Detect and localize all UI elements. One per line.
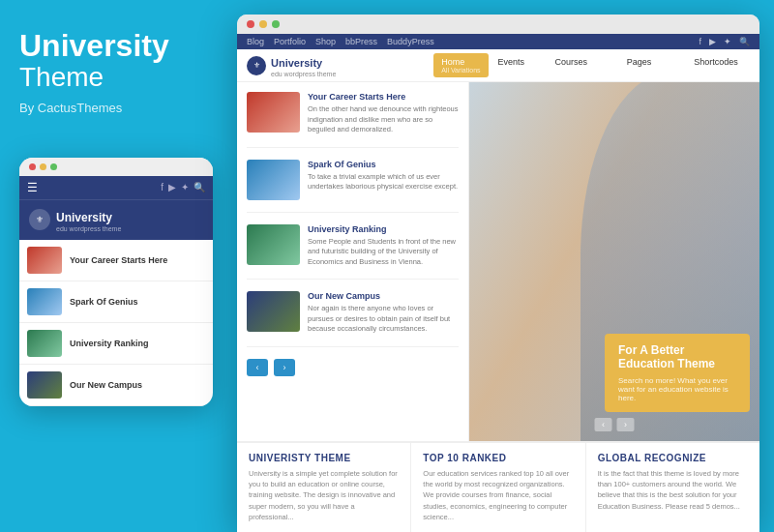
mobile-item-label: Your Career Starts Here xyxy=(70,255,167,265)
main-subtitle: Theme xyxy=(19,63,218,93)
hamburger-icon[interactable]: ☰ xyxy=(27,181,38,194)
topbar-link[interactable]: BuddyPress xyxy=(387,37,434,46)
site-logo: ⚜ University edu wordpress theme xyxy=(247,53,336,77)
mobile-logo-sub: edu wordpress theme xyxy=(56,225,121,232)
article-item: Our New Campus Nor again is there anyone… xyxy=(247,291,459,347)
site-topbar-icons: f ▶ ✦ 🔍 xyxy=(699,37,750,46)
mobile-list-item: Our New Campus xyxy=(19,365,213,406)
article-item: Your Career Starts Here On the other han… xyxy=(247,92,459,148)
mobile-dot-red xyxy=(29,163,36,170)
fb-icon[interactable]: f xyxy=(699,37,701,46)
content-area: Your Career Starts Here On the other han… xyxy=(237,82,759,441)
article-title: Spark Of Genius xyxy=(308,160,459,169)
bottom-sections: UNIVERISTY THEME University is a simple … xyxy=(237,441,759,532)
bottom-section-text: Our education services ranked top 10 all… xyxy=(423,468,573,522)
youtube-icon[interactable]: ▶ xyxy=(168,182,176,192)
nav-menu-item[interactable]: PagesDesigned Pages xyxy=(619,53,684,77)
hero-card-title: For A Better Education Theme xyxy=(618,343,736,371)
article-title: Our New Campus xyxy=(308,291,459,301)
mobile-logo-emblem: ⚜ xyxy=(29,209,50,230)
yt-icon[interactable]: ▶ xyxy=(709,37,716,46)
article-thumb xyxy=(247,92,300,133)
mobile-thumb-ranking xyxy=(27,330,62,357)
bottom-section-text: University is a simple yet complete solu… xyxy=(249,468,399,522)
article-thumb xyxy=(247,291,300,332)
site-logo-name: University xyxy=(271,57,322,69)
article-text: Some People and Students in front of the… xyxy=(308,237,459,268)
slider-next[interactable]: › xyxy=(617,418,635,431)
bottom-section-text: It is the fact that this theme is loved … xyxy=(598,468,748,512)
mobile-thumb-career xyxy=(27,247,62,274)
facebook-icon[interactable]: f xyxy=(161,182,164,192)
hero-card-text: Search no more! What you ever want for a… xyxy=(618,376,736,402)
bottom-section: TOP 10 RANKED Our education services ran… xyxy=(411,443,585,532)
mobile-dot-green xyxy=(50,163,57,170)
site-top-bar: BlogPortfolioShopbbPressBuddyPress f ▶ ✦… xyxy=(237,34,759,49)
topbar-link[interactable]: Portfolio xyxy=(274,37,306,46)
search-icon[interactable]: 🔍 xyxy=(194,182,205,192)
browser-dot-green[interactable] xyxy=(272,20,280,28)
site-topbar-links: BlogPortfolioShopbbPressBuddyPress xyxy=(247,37,434,46)
mobile-article-list: Your Career Starts Here Spark Of Genius … xyxy=(19,240,213,406)
nav-menu-item[interactable]: ShortcodesSimple & Useful xyxy=(686,53,750,77)
site-nav: ⚜ University edu wordpress theme HomeAll… xyxy=(237,49,759,82)
browser-dot-yellow[interactable] xyxy=(259,20,267,28)
article-thumb xyxy=(247,160,300,200)
mobile-dot-yellow xyxy=(40,163,46,170)
slider-prev[interactable]: ‹ xyxy=(595,418,612,431)
bottom-section: GLOBAL RECOGNIZE It is the fact that thi… xyxy=(586,443,759,532)
mobile-logo-bar: ⚜ University edu wordpress theme xyxy=(19,199,213,240)
article-title: Your Career Starts Here xyxy=(308,92,459,102)
bottom-section-title: TOP 10 RANKED xyxy=(423,453,573,463)
bottom-section-title: UNIVERISTY THEME xyxy=(249,453,399,463)
mobile-logo-text: University xyxy=(56,211,112,224)
prev-button[interactable]: ‹ xyxy=(247,359,268,376)
search-icon[interactable]: 🔍 xyxy=(739,37,750,46)
site-logo-emblem: ⚜ xyxy=(247,56,266,75)
hero-column: For A Better Education Theme Search no m… xyxy=(469,82,759,441)
browser-dot-red[interactable] xyxy=(247,20,254,28)
mobile-list-item: Your Career Starts Here xyxy=(19,240,213,281)
nav-menu-item[interactable]: CoursesResearch & Study xyxy=(547,53,616,77)
mobile-nav-bar: ☰ f ▶ ✦ 🔍 xyxy=(19,176,213,199)
mobile-item-label: Spark Of Genius xyxy=(70,297,138,307)
article-thumb xyxy=(247,224,300,265)
article-text: Nor again is there anyone who loves or p… xyxy=(308,304,459,335)
article-nav: ‹ › xyxy=(247,359,459,376)
bottom-section: UNIVERISTY THEME University is a simple … xyxy=(237,443,411,532)
mobile-thumb-genius xyxy=(27,288,62,315)
mobile-list-item: Spark Of Genius xyxy=(19,281,213,323)
mobile-item-label: Our New Campus xyxy=(70,380,142,390)
next-button[interactable]: › xyxy=(274,359,295,376)
article-item: University Ranking Some People and Stude… xyxy=(247,224,459,281)
tw-icon[interactable]: ✦ xyxy=(724,37,731,46)
mobile-nav-icons: f ▶ ✦ 🔍 xyxy=(161,182,205,192)
article-item: Spark Of Genius To take a trivial exampl… xyxy=(247,160,459,213)
article-text: To take a trivial example which of us ev… xyxy=(308,172,459,192)
author-credit: By CactusThemes xyxy=(19,101,218,115)
hero-cta-card: For A Better Education Theme Search no m… xyxy=(605,334,750,412)
browser-top-bar xyxy=(237,15,759,34)
mobile-thumb-campus xyxy=(27,371,62,399)
hero-background: For A Better Education Theme Search no m… xyxy=(469,82,759,441)
nav-menu-item[interactable]: EventsOur Activities xyxy=(491,53,546,77)
left-panel: University Theme By CactusThemes ☰ f ▶ ✦… xyxy=(0,0,237,532)
articles-column: Your Career Starts Here On the other han… xyxy=(237,82,469,441)
topbar-link[interactable]: bbPress xyxy=(345,37,377,46)
mobile-item-label: University Ranking xyxy=(70,339,149,348)
main-title: University xyxy=(19,29,218,63)
browser-mockup: BlogPortfolioShopbbPressBuddyPress f ▶ ✦… xyxy=(237,15,759,532)
topbar-link[interactable]: Blog xyxy=(247,37,264,46)
site-logo-tagline: edu wordpress theme xyxy=(271,71,336,77)
site-menu: HomeAll VariationsEventsOur ActivitiesCo… xyxy=(433,53,750,77)
mobile-list-item: University Ranking xyxy=(19,323,213,365)
nav-menu-item[interactable]: HomeAll Variations xyxy=(433,53,488,77)
mobile-mockup: ☰ f ▶ ✦ 🔍 ⚜ University edu wordpress the… xyxy=(19,158,213,406)
article-title: University Ranking xyxy=(308,224,459,234)
article-text: On the other hand we denounce with right… xyxy=(308,104,459,135)
mobile-top-bar xyxy=(19,158,213,176)
hero-slider-buttons: ‹ › xyxy=(595,418,635,431)
twitter-icon[interactable]: ✦ xyxy=(181,182,189,192)
topbar-link[interactable]: Shop xyxy=(315,37,336,46)
bottom-section-title: GLOBAL RECOGNIZE xyxy=(598,453,748,463)
